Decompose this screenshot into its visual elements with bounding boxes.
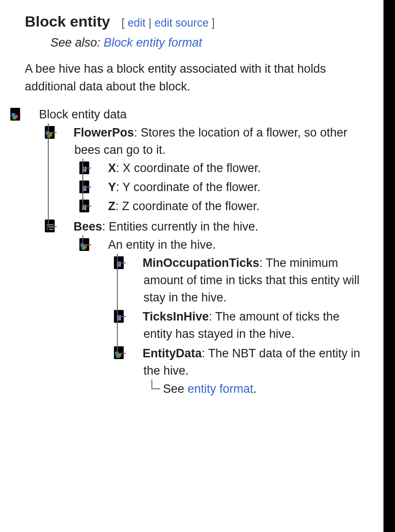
field-name: Z: [108, 200, 116, 213]
field-desc: : Y coordinate of the flower.: [116, 180, 260, 194]
field-name: MinOccupationTicks: [143, 256, 259, 270]
tree-root: Block entity data FlowerPos: Stores the …: [25, 105, 370, 402]
tree-item-minoccupation: MinOccupationTicks: The minimum amount o…: [117, 254, 370, 307]
compound-icon: [94, 238, 105, 251]
bracket-close: ]: [209, 16, 215, 29]
separator: |: [145, 16, 154, 29]
tree-item-flowerpos: FlowerPos: Stores the location of a flow…: [48, 123, 370, 217]
field-desc: : X coordinate of the flower.: [116, 161, 261, 175]
field-desc: : Z coordinate of the flower.: [116, 200, 260, 213]
int-icon: [94, 199, 105, 212]
nbt-tree: Block entity data FlowerPos: Stores the …: [25, 105, 370, 402]
entity-format-link[interactable]: entity format: [188, 382, 254, 395]
see-suffix: .: [253, 382, 257, 395]
int-icon: [128, 309, 140, 323]
root-label: Block entity data: [39, 108, 127, 121]
intro-paragraph: A bee hive has a block entity associated…: [25, 60, 370, 95]
edit-links: [ edit | edit source ]: [121, 16, 215, 29]
field-name: FlowerPos: [74, 126, 134, 139]
field-desc: : Entities currently in the hive.: [102, 220, 259, 233]
int-icon: [94, 180, 105, 193]
see-also-link[interactable]: Block entity format: [104, 36, 202, 49]
field-name: Y: [108, 180, 116, 194]
tree-item-entitydata: EntityData: The NBT data of the entity i…: [117, 344, 370, 399]
tree-item-ticksinhive: TicksInHive: The amount of ticks the ent…: [117, 307, 370, 344]
tree-item-z: Z: Z coordinate of the flower.: [82, 197, 370, 216]
compound-icon: [59, 125, 71, 139]
article-section: Block entity [ edit | edit source ] See …: [0, 0, 395, 532]
field-name: Bees: [74, 220, 102, 233]
field-name: TicksInHive: [143, 310, 209, 323]
tree-item-x: X: X coordinate of the flower.: [82, 159, 370, 178]
see-also-prefix: See also:: [50, 36, 104, 49]
field-name: EntityData: [143, 347, 202, 360]
compound-icon: [128, 346, 140, 359]
bracket-open: [: [121, 16, 128, 29]
entity-label: An entity in the hive.: [108, 238, 216, 251]
int-icon: [128, 256, 140, 269]
field-name: X: [108, 161, 116, 175]
tree-item-see-entity-format: See entity format.: [151, 379, 370, 399]
section-title: Block entity: [25, 13, 110, 30]
edit-link[interactable]: edit: [128, 16, 145, 29]
section-header: Block entity [ edit | edit source ]: [25, 11, 370, 32]
int-icon: [94, 161, 105, 174]
see-prefix: See: [163, 382, 188, 395]
tree-item-entity: An entity in the hive. MinOccupationTick…: [82, 235, 370, 400]
tree-item-bees: Bees: Entities currently in the hive. An…: [48, 217, 370, 401]
list-icon: [59, 219, 71, 232]
compound-icon: [25, 107, 36, 121]
see-also: See also: Block entity format: [50, 34, 370, 51]
tree-item-y: Y: Y coordinate of the flower.: [82, 178, 370, 197]
edit-source-link[interactable]: edit source: [155, 16, 209, 29]
